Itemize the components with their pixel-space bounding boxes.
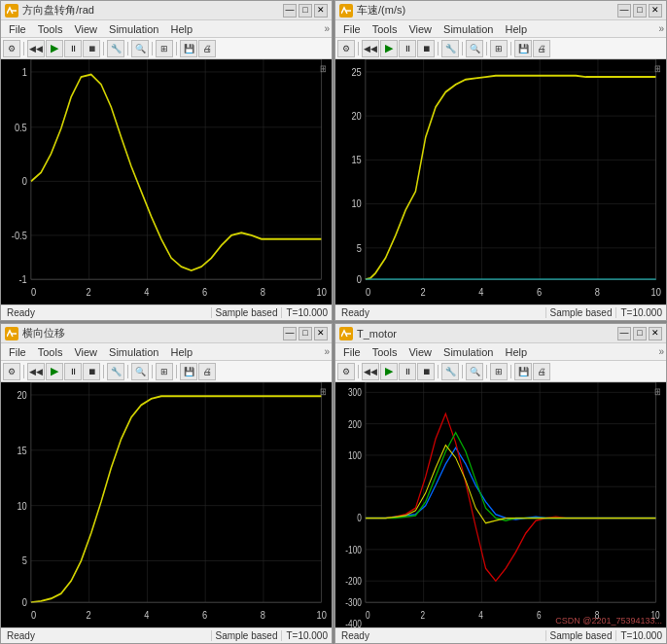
tb-rewind-bl[interactable]: ◀◀ (27, 363, 45, 380)
menu-view-tl[interactable]: View (68, 22, 103, 36)
menu-help-bl[interactable]: Help (164, 345, 198, 359)
menu-help-tl[interactable]: Help (164, 22, 198, 36)
title-bar-top-left: 方向盘转角/rad — □ ✕ (1, 1, 332, 20)
menu-bar-top-right: File Tools View Simulation Help » (335, 20, 666, 38)
tb-save-br[interactable]: 💾 (514, 363, 532, 380)
tb-sep5-br (510, 365, 511, 378)
tb-stop-br[interactable]: ⏹ (417, 363, 435, 380)
close-btn-br[interactable]: ✕ (649, 327, 662, 340)
plot-area-bottom-left: 20 15 10 5 0 0 2 4 6 8 10 ⊞ (1, 382, 332, 627)
maximize-btn-br[interactable]: □ (633, 327, 647, 340)
svg-text:8: 8 (595, 610, 600, 621)
tb-sep1-br (358, 365, 359, 378)
tb-fit-tr[interactable]: ⊞ (490, 40, 508, 57)
plot-area-top-right: 25 20 15 10 5 0 0 2 4 6 8 10 (335, 59, 666, 304)
tb-stop-bl[interactable]: ⏹ (83, 363, 100, 380)
tb-save-tl[interactable]: 💾 (180, 40, 197, 57)
tb-pause-tl[interactable]: ⏸ (64, 40, 82, 57)
menu-file-tr[interactable]: File (337, 22, 367, 36)
menu-view-br[interactable]: View (403, 345, 438, 359)
tb-settings-br[interactable]: ⚙ (337, 363, 355, 380)
tb-save-tr[interactable]: 💾 (514, 40, 532, 57)
close-btn-bl[interactable]: ✕ (314, 327, 328, 340)
tb-rewind-tr[interactable]: ◀◀ (362, 40, 379, 57)
tb-play-tr[interactable]: ▶ (380, 40, 398, 57)
menu-tools-bl[interactable]: Tools (32, 345, 69, 359)
menu-file-bl[interactable]: File (3, 345, 32, 359)
svg-rect-1 (1, 59, 332, 304)
window-title-top-left: 方向盘转角/rad (22, 3, 94, 18)
svg-text:8: 8 (261, 285, 265, 298)
tb-pause-br[interactable]: ⏸ (399, 363, 416, 380)
tb-sep4-tr (486, 42, 487, 55)
window-icon-top-left (5, 4, 18, 18)
close-btn-tr[interactable]: ✕ (649, 4, 662, 18)
minimize-btn-tl[interactable]: — (283, 4, 297, 18)
maximize-btn-tr[interactable]: □ (633, 4, 647, 18)
menu-sim-tl[interactable]: Simulation (103, 22, 164, 36)
menu-sim-br[interactable]: Simulation (438, 345, 499, 359)
tb-print-br[interactable]: 🖨 (533, 363, 550, 380)
status-bar-top-left: Ready Sample based T=10.000 (1, 304, 332, 320)
tb-zoom-bl[interactable]: 🔍 (131, 363, 149, 380)
menu-view-bl[interactable]: View (68, 345, 103, 359)
tb-save-bl[interactable]: 💾 (180, 363, 197, 380)
tb-stop-tr[interactable]: ⏹ (417, 40, 435, 57)
tb-rewind-br[interactable]: ◀◀ (362, 363, 379, 380)
status-ready-br: Ready (335, 630, 545, 641)
minimize-btn-tr[interactable]: — (617, 4, 631, 18)
maximize-btn-tl[interactable]: □ (298, 4, 312, 18)
tb-settings-bl[interactable]: ⚙ (3, 363, 20, 380)
menu-file-br[interactable]: File (337, 345, 367, 359)
menu-sim-bl[interactable]: Simulation (103, 345, 164, 359)
tb-settings-tl[interactable]: ⚙ (3, 40, 20, 57)
tb-fit-br[interactable]: ⊞ (490, 363, 508, 380)
svg-text:4: 4 (144, 608, 149, 621)
tb-sep2-br (438, 365, 439, 378)
status-bar-bottom-left: Ready Sample based T=10.000 (1, 627, 332, 643)
tb-play-bl[interactable]: ▶ (46, 363, 63, 380)
menu-sim-tr[interactable]: Simulation (438, 22, 499, 36)
tb-print-tr[interactable]: 🖨 (533, 40, 550, 57)
tb-sep2-bl (103, 365, 104, 378)
tb-fit-tl[interactable]: ⊞ (156, 40, 173, 57)
menu-tools-br[interactable]: Tools (367, 345, 404, 359)
tb-print-tl[interactable]: 🖨 (198, 40, 216, 57)
menu-tools-tl[interactable]: Tools (32, 22, 69, 36)
maximize-btn-bl[interactable]: □ (298, 327, 312, 340)
menu-file-tl[interactable]: File (3, 22, 32, 36)
window-icon-top-right (339, 4, 353, 18)
tb-zoom-tl[interactable]: 🔍 (131, 40, 149, 57)
tb-stop-tl[interactable]: ⏹ (83, 40, 100, 57)
tb-config-bl[interactable]: 🔧 (107, 363, 124, 380)
tb-play-br[interactable]: ▶ (380, 363, 398, 380)
svg-text:0: 0 (22, 595, 27, 608)
menu-help-tr[interactable]: Help (499, 22, 533, 36)
tb-config-tr[interactable]: 🔧 (441, 40, 459, 57)
svg-text:-400: -400 (345, 619, 361, 627)
tb-config-tl[interactable]: 🔧 (107, 40, 124, 57)
tb-sep3-tr (462, 42, 463, 55)
tb-pause-tr[interactable]: ⏸ (399, 40, 416, 57)
controls-top-right: — □ ✕ (617, 4, 662, 18)
svg-text:20: 20 (351, 109, 361, 122)
minimize-btn-br[interactable]: — (617, 327, 631, 340)
tb-play-tl[interactable]: ▶ (46, 40, 63, 57)
tb-zoom-br[interactable]: 🔍 (466, 363, 483, 380)
tb-rewind-tl[interactable]: ◀◀ (27, 40, 45, 57)
svg-rect-27 (335, 59, 666, 304)
menu-tools-tr[interactable]: Tools (367, 22, 404, 36)
tb-print-bl[interactable]: 🖨 (198, 363, 216, 380)
svg-text:5: 5 (357, 241, 362, 254)
tb-pause-bl[interactable]: ⏸ (64, 363, 82, 380)
tb-fit-bl[interactable]: ⊞ (156, 363, 173, 380)
svg-text:0: 0 (366, 285, 370, 298)
tb-zoom-tr[interactable]: 🔍 (466, 40, 483, 57)
minimize-btn-bl[interactable]: — (283, 327, 297, 340)
tb-config-br[interactable]: 🔧 (441, 363, 459, 380)
menu-view-tr[interactable]: View (403, 22, 438, 36)
tb-settings-tr[interactable]: ⚙ (337, 40, 355, 57)
menu-help-br[interactable]: Help (499, 345, 533, 359)
close-btn-tl[interactable]: ✕ (314, 4, 328, 18)
svg-text:0: 0 (357, 514, 362, 524)
